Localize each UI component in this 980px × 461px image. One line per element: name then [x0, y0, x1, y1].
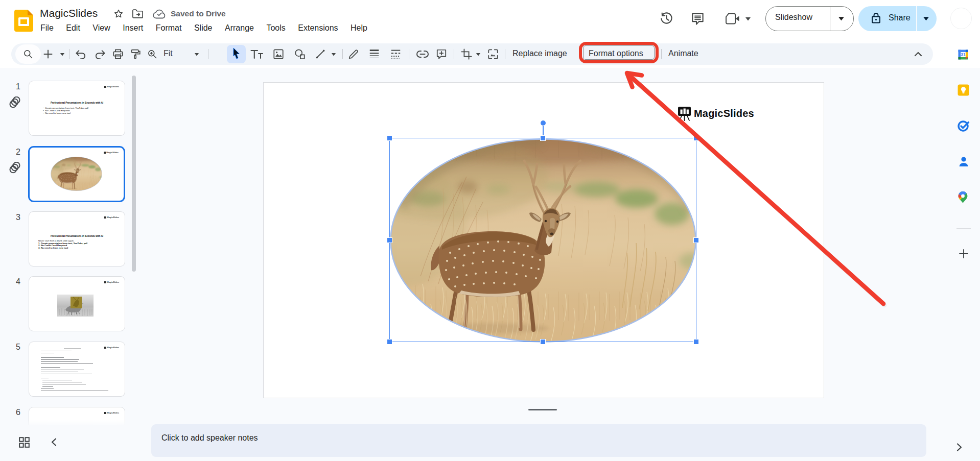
svg-text:31: 31	[961, 52, 966, 57]
